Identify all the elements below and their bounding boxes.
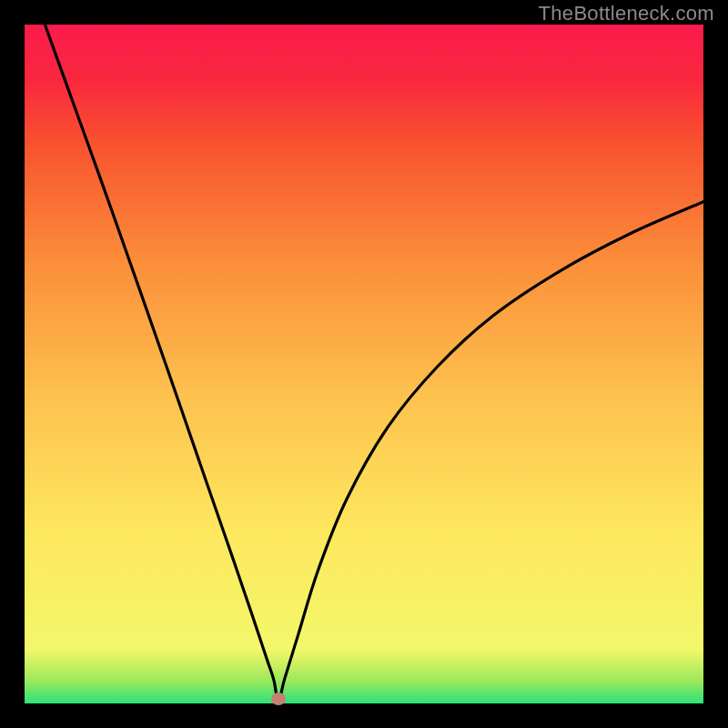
bottleneck-curve: [45, 25, 703, 702]
chart-frame: TheBottleneck.com: [0, 0, 728, 728]
curve-layer: [25, 25, 703, 703]
plot-area: [25, 25, 703, 703]
watermark-text: TheBottleneck.com: [539, 2, 714, 25]
optimum-marker: [271, 693, 286, 705]
